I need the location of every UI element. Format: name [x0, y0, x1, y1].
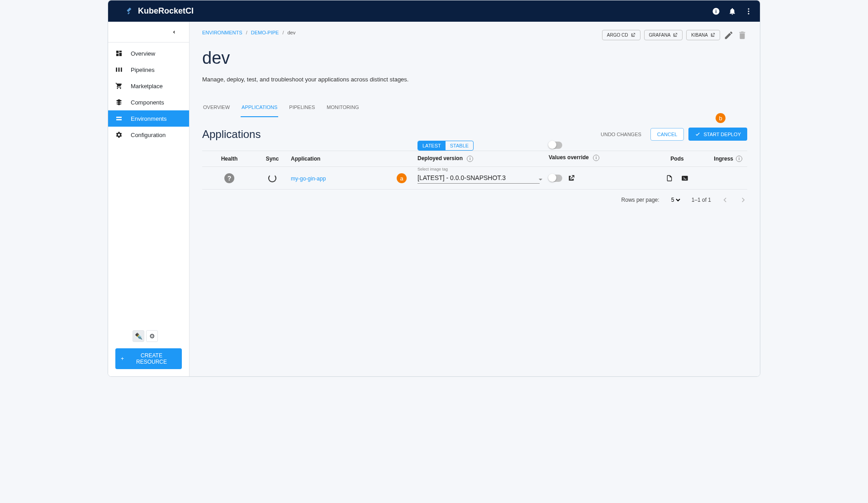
col-pods: Pods: [645, 156, 709, 162]
header-toggle[interactable]: [549, 142, 562, 149]
sidebar-item-configuration[interactable]: Configuration: [108, 127, 189, 143]
terminal-icon[interactable]: [681, 175, 688, 182]
dashboard-icon: [115, 50, 123, 57]
settings-gear-icon[interactable]: ⚙: [146, 330, 158, 342]
section-title: Applications: [202, 128, 261, 141]
sidebar-item-label: Overview: [131, 50, 155, 57]
delete-button[interactable]: [737, 30, 747, 40]
pagination-range: 1–1 of 1: [692, 197, 711, 203]
more-vert-icon[interactable]: [745, 7, 753, 15]
sidebar-item-label: Marketplace: [131, 83, 163, 90]
open-icon: [710, 33, 715, 38]
svg-rect-6: [119, 51, 122, 52]
open-icon[interactable]: [568, 175, 575, 182]
svg-rect-8: [116, 54, 119, 56]
svg-rect-9: [116, 67, 117, 71]
sidebar-item-label: Pipelines: [131, 66, 155, 73]
link-argocd[interactable]: ARGO CD: [602, 30, 640, 40]
pipelines-icon: [115, 66, 123, 73]
prev-page-button[interactable]: [721, 196, 729, 204]
sidebar-item-pipelines[interactable]: Pipelines: [108, 62, 189, 78]
palette-icon[interactable]: ✒️: [133, 330, 144, 342]
sidebar-item-marketplace[interactable]: Marketplace: [108, 78, 189, 94]
undo-changes-button[interactable]: UNDO CHANGES: [596, 128, 646, 141]
svg-text:i: i: [716, 8, 717, 14]
svg-rect-13: [116, 119, 122, 120]
info-icon[interactable]: i: [467, 156, 473, 162]
chevron-left-icon: [172, 30, 176, 34]
table-row: ? my-go-gin-app a Select image tag: [202, 167, 747, 190]
rocket-icon: [125, 7, 134, 16]
sidebar-item-label: Components: [131, 99, 164, 106]
segment-latest[interactable]: LATEST: [418, 141, 446, 150]
edit-button[interactable]: [724, 30, 734, 40]
rows-per-page-select[interactable]: 5: [669, 196, 682, 204]
svg-point-2: [748, 8, 749, 9]
check-icon: [695, 131, 701, 137]
gear-icon: [115, 131, 123, 138]
page-title: dev: [202, 48, 747, 68]
svg-point-3: [748, 10, 749, 12]
create-resource-button[interactable]: + CREATE RESOURCE: [115, 348, 182, 369]
rows-per-page-label: Rows per page:: [621, 197, 659, 203]
brand-title: KubeRocketCI: [138, 6, 194, 16]
logs-icon[interactable]: [666, 175, 673, 182]
breadcrumb: ENVIRONMENTS / DEMO-PIPE / dev: [202, 30, 295, 35]
col-ingress: Ingress i: [709, 156, 745, 162]
svg-rect-5: [116, 51, 119, 53]
sidebar-item-environments[interactable]: Environments: [108, 110, 189, 127]
tab-monitoring[interactable]: MONITORING: [326, 101, 360, 117]
create-resource-label: CREATE RESOURCE: [127, 352, 176, 365]
info-icon[interactable]: i: [736, 156, 742, 162]
sidebar-item-label: Environments: [131, 115, 166, 122]
bell-icon[interactable]: [728, 7, 736, 15]
trash-icon: [737, 30, 747, 40]
callout-marker-a: a: [397, 173, 407, 183]
svg-rect-10: [119, 67, 120, 71]
brand-logo[interactable]: KubeRocketCI: [125, 6, 194, 16]
cancel-button[interactable]: CANCEL: [650, 128, 684, 141]
layers-icon: [115, 99, 123, 106]
tab-pipelines[interactable]: PIPELINES: [288, 101, 316, 117]
pencil-icon: [724, 30, 734, 40]
sidebar-item-overview[interactable]: Overview: [108, 45, 189, 62]
cart-icon: [115, 82, 123, 90]
tab-overview[interactable]: OVERVIEW: [202, 101, 231, 117]
sidebar-item-label: Configuration: [131, 132, 166, 138]
svg-rect-11: [121, 67, 122, 71]
breadcrumb-environments[interactable]: ENVIRONMENTS: [202, 30, 242, 35]
svg-rect-7: [119, 53, 122, 56]
svg-point-4: [748, 13, 749, 14]
next-page-button[interactable]: [739, 196, 747, 204]
image-tag-label: Select image tag: [417, 167, 448, 171]
callout-marker-b: b: [716, 113, 726, 123]
segment-stable[interactable]: STABLE: [446, 141, 473, 150]
image-tag-input[interactable]: [417, 172, 540, 184]
col-health: Health: [202, 156, 256, 162]
plus-icon: +: [121, 356, 124, 362]
open-icon: [631, 33, 636, 38]
link-kibana[interactable]: KIBANA: [686, 30, 720, 40]
col-sync: Sync: [256, 156, 288, 162]
info-icon[interactable]: i: [593, 155, 599, 161]
image-tag-select[interactable]: a Select image tag: [415, 172, 546, 184]
health-unknown-icon: ?: [224, 173, 234, 183]
info-icon[interactable]: i: [712, 7, 720, 15]
col-application: Application: [288, 156, 415, 162]
svg-rect-12: [116, 117, 122, 118]
tab-applications[interactable]: APPLICATIONS: [241, 101, 278, 117]
col-deployed-version: LATEST STABLE Deployed version i: [415, 156, 546, 162]
start-deploy-button[interactable]: START DEPLOY: [688, 128, 747, 141]
values-override-toggle[interactable]: [549, 175, 562, 182]
environments-icon: [115, 115, 123, 122]
open-icon: [673, 33, 678, 38]
col-values-override: Values override i: [546, 157, 645, 161]
page-description: Manage, deploy, test, and troubleshoot y…: [202, 76, 747, 83]
link-grafana[interactable]: GRAFANA: [644, 30, 683, 40]
chevron-right-icon: [739, 196, 747, 204]
application-link[interactable]: my-go-gin-app: [291, 176, 326, 182]
collapse-sidebar-button[interactable]: [108, 22, 189, 43]
breadcrumb-pipeline[interactable]: DEMO-PIPE: [251, 30, 279, 35]
sync-progress-icon: [268, 174, 276, 182]
sidebar-item-components[interactable]: Components: [108, 94, 189, 110]
